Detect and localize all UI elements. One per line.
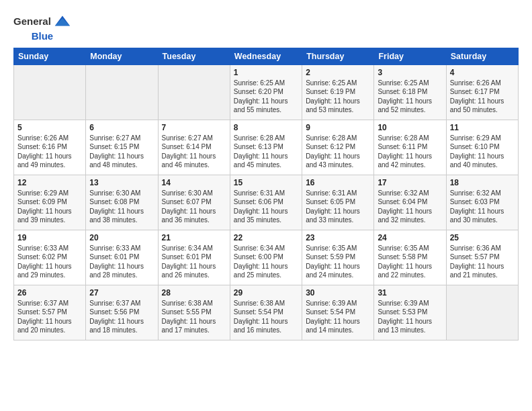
day-cell: [158, 64, 230, 120]
day-number: 22: [234, 233, 298, 242]
day-cell: 16Sunrise: 6:31 AM Sunset: 6:05 PM Dayli…: [302, 175, 374, 230]
day-number: 27: [89, 288, 154, 298]
header: General Blue: [13, 12, 519, 42]
day-header-friday: Friday: [374, 48, 446, 64]
day-cell: 28Sunrise: 6:38 AM Sunset: 5:55 PM Dayli…: [158, 285, 230, 340]
day-info: Sunrise: 6:34 AM Sunset: 6:01 PM Dayligh…: [162, 244, 226, 280]
logo-icon: [52, 12, 71, 31]
day-info: Sunrise: 6:35 AM Sunset: 5:58 PM Dayligh…: [378, 244, 442, 280]
day-number: 18: [450, 178, 515, 187]
day-header-sunday: Sunday: [14, 48, 86, 64]
day-info: Sunrise: 6:32 AM Sunset: 6:04 PM Dayligh…: [378, 189, 442, 225]
day-info: Sunrise: 6:37 AM Sunset: 5:57 PM Dayligh…: [17, 299, 82, 335]
day-number: 21: [162, 233, 226, 242]
day-info: Sunrise: 6:28 AM Sunset: 6:11 PM Dayligh…: [378, 134, 442, 170]
day-number: 19: [17, 233, 82, 242]
day-cell: 29Sunrise: 6:38 AM Sunset: 5:54 PM Dayli…: [230, 285, 302, 340]
day-info: Sunrise: 6:37 AM Sunset: 5:56 PM Dayligh…: [89, 299, 154, 335]
day-cell: 18Sunrise: 6:32 AM Sunset: 6:03 PM Dayli…: [446, 175, 518, 230]
day-number: 4: [450, 68, 515, 77]
day-cell: 8Sunrise: 6:28 AM Sunset: 6:13 PM Daylig…: [230, 120, 302, 175]
day-cell: 25Sunrise: 6:36 AM Sunset: 5:57 PM Dayli…: [446, 230, 518, 285]
day-cell: [86, 64, 158, 120]
day-info: Sunrise: 6:27 AM Sunset: 6:15 PM Dayligh…: [89, 134, 154, 170]
calendar-table: SundayMondayTuesdayWednesdayThursdayFrid…: [13, 48, 519, 340]
day-cell: 24Sunrise: 6:35 AM Sunset: 5:58 PM Dayli…: [374, 230, 446, 285]
day-cell: 15Sunrise: 6:31 AM Sunset: 6:06 PM Dayli…: [230, 175, 302, 230]
day-cell: 7Sunrise: 6:27 AM Sunset: 6:14 PM Daylig…: [158, 120, 230, 175]
day-info: Sunrise: 6:27 AM Sunset: 6:14 PM Dayligh…: [162, 134, 226, 170]
day-info: Sunrise: 6:32 AM Sunset: 6:03 PM Dayligh…: [450, 189, 515, 225]
day-info: Sunrise: 6:28 AM Sunset: 6:13 PM Dayligh…: [234, 134, 298, 170]
day-cell: 10Sunrise: 6:28 AM Sunset: 6:11 PM Dayli…: [374, 120, 446, 175]
day-info: Sunrise: 6:36 AM Sunset: 5:57 PM Dayligh…: [450, 244, 515, 280]
day-cell: 11Sunrise: 6:29 AM Sunset: 6:10 PM Dayli…: [446, 120, 518, 175]
logo: General Blue: [13, 12, 71, 42]
calendar-page: General Blue SundayMondayTuesdayWednesda…: [0, 0, 532, 411]
day-info: Sunrise: 6:38 AM Sunset: 5:55 PM Dayligh…: [162, 299, 226, 335]
day-cell: 17Sunrise: 6:32 AM Sunset: 6:04 PM Dayli…: [374, 175, 446, 230]
week-row-5: 26Sunrise: 6:37 AM Sunset: 5:57 PM Dayli…: [14, 285, 519, 340]
day-number: 24: [378, 233, 442, 242]
day-cell: 6Sunrise: 6:27 AM Sunset: 6:15 PM Daylig…: [86, 120, 158, 175]
day-number: 9: [306, 123, 370, 132]
day-number: 25: [450, 233, 515, 242]
day-cell: [446, 285, 518, 340]
day-cell: 2Sunrise: 6:25 AM Sunset: 6:19 PM Daylig…: [302, 64, 374, 120]
day-cell: 20Sunrise: 6:33 AM Sunset: 6:01 PM Dayli…: [86, 230, 158, 285]
day-info: Sunrise: 6:26 AM Sunset: 6:17 PM Dayligh…: [450, 79, 515, 115]
day-number: 29: [234, 288, 298, 298]
day-header-saturday: Saturday: [446, 48, 518, 64]
calendar-header: SundayMondayTuesdayWednesdayThursdayFrid…: [14, 48, 519, 64]
day-info: Sunrise: 6:39 AM Sunset: 5:54 PM Dayligh…: [306, 299, 370, 335]
week-row-3: 12Sunrise: 6:29 AM Sunset: 6:09 PM Dayli…: [14, 175, 519, 230]
day-cell: 23Sunrise: 6:35 AM Sunset: 5:59 PM Dayli…: [302, 230, 374, 285]
day-number: 14: [162, 178, 226, 187]
day-cell: 27Sunrise: 6:37 AM Sunset: 5:56 PM Dayli…: [86, 285, 158, 340]
day-cell: 3Sunrise: 6:25 AM Sunset: 6:18 PM Daylig…: [374, 64, 446, 120]
day-info: Sunrise: 6:35 AM Sunset: 5:59 PM Dayligh…: [306, 244, 370, 280]
day-info: Sunrise: 6:28 AM Sunset: 6:12 PM Dayligh…: [306, 134, 370, 170]
day-cell: 4Sunrise: 6:26 AM Sunset: 6:17 PM Daylig…: [446, 64, 518, 120]
day-info: Sunrise: 6:29 AM Sunset: 6:10 PM Dayligh…: [450, 134, 515, 170]
day-info: Sunrise: 6:39 AM Sunset: 5:53 PM Dayligh…: [378, 299, 442, 335]
day-number: 13: [89, 178, 154, 187]
day-info: Sunrise: 6:33 AM Sunset: 6:01 PM Dayligh…: [89, 244, 154, 280]
day-number: 30: [306, 288, 370, 298]
day-number: 7: [162, 123, 226, 132]
svg-marker-1: [55, 18, 70, 26]
day-number: 26: [17, 288, 82, 298]
day-number: 6: [89, 123, 154, 132]
day-number: 17: [378, 178, 442, 187]
day-info: Sunrise: 6:25 AM Sunset: 6:20 PM Dayligh…: [234, 79, 298, 115]
day-header-monday: Monday: [86, 48, 158, 64]
day-cell: 1Sunrise: 6:25 AM Sunset: 6:20 PM Daylig…: [230, 64, 302, 120]
day-info: Sunrise: 6:30 AM Sunset: 6:07 PM Dayligh…: [162, 189, 226, 225]
day-info: Sunrise: 6:29 AM Sunset: 6:09 PM Dayligh…: [17, 189, 82, 225]
day-number: 28: [162, 288, 226, 298]
week-row-4: 19Sunrise: 6:33 AM Sunset: 6:02 PM Dayli…: [14, 230, 519, 285]
day-info: Sunrise: 6:26 AM Sunset: 6:16 PM Dayligh…: [17, 134, 82, 170]
week-row-2: 5Sunrise: 6:26 AM Sunset: 6:16 PM Daylig…: [14, 120, 519, 175]
day-cell: 12Sunrise: 6:29 AM Sunset: 6:09 PM Dayli…: [14, 175, 86, 230]
day-info: Sunrise: 6:25 AM Sunset: 6:18 PM Dayligh…: [378, 79, 442, 115]
day-number: 31: [378, 288, 442, 298]
header-row: SundayMondayTuesdayWednesdayThursdayFrid…: [14, 48, 519, 64]
day-number: 10: [378, 123, 442, 132]
day-cell: 9Sunrise: 6:28 AM Sunset: 6:12 PM Daylig…: [302, 120, 374, 175]
day-cell: 14Sunrise: 6:30 AM Sunset: 6:07 PM Dayli…: [158, 175, 230, 230]
day-cell: 19Sunrise: 6:33 AM Sunset: 6:02 PM Dayli…: [14, 230, 86, 285]
day-cell: 5Sunrise: 6:26 AM Sunset: 6:16 PM Daylig…: [14, 120, 86, 175]
day-cell: 30Sunrise: 6:39 AM Sunset: 5:54 PM Dayli…: [302, 285, 374, 340]
day-info: Sunrise: 6:34 AM Sunset: 6:00 PM Dayligh…: [234, 244, 298, 280]
day-cell: 31Sunrise: 6:39 AM Sunset: 5:53 PM Dayli…: [374, 285, 446, 340]
day-number: 16: [306, 178, 370, 187]
day-number: 8: [234, 123, 298, 132]
week-row-1: 1Sunrise: 6:25 AM Sunset: 6:20 PM Daylig…: [14, 64, 519, 120]
day-number: 15: [234, 178, 298, 187]
day-number: 23: [306, 233, 370, 242]
day-info: Sunrise: 6:25 AM Sunset: 6:19 PM Dayligh…: [306, 79, 370, 115]
day-number: 20: [89, 233, 154, 242]
day-number: 3: [378, 68, 442, 77]
day-number: 1: [234, 68, 298, 77]
